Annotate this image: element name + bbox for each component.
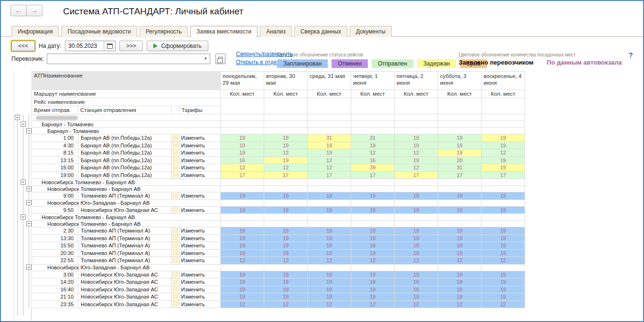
seats-value-cell[interactable]: 19	[264, 134, 308, 142]
seats-value-cell[interactable]: 12	[482, 149, 525, 157]
seats-value-cell[interactable]: 19	[395, 249, 438, 257]
seats-value-cell[interactable]: 19	[351, 142, 395, 149]
seats-value-cell[interactable]: 19	[482, 192, 525, 200]
seats-value-cell[interactable]: 19	[351, 271, 395, 278]
seats-value-cell[interactable]: 19	[482, 206, 525, 214]
expander-icon[interactable]	[26, 200, 32, 205]
seats-value-cell[interactable]: 19	[438, 271, 482, 278]
seats-value-cell[interactable]: 17	[221, 171, 264, 179]
seats-value-cell[interactable]: 19	[264, 192, 308, 200]
seats-value-cell[interactable]: 19	[264, 206, 308, 214]
tab-4[interactable]: Заявка вместимости	[190, 26, 258, 37]
seats-value-cell[interactable]: 19	[482, 242, 525, 250]
seats-value-cell[interactable]: 12	[264, 149, 308, 157]
seats-value-cell[interactable]: 19	[351, 286, 395, 293]
seats-value-cell[interactable]: 19	[438, 134, 482, 142]
seats-value-cell[interactable]: 20	[438, 156, 482, 164]
seats-value-cell[interactable]: 19	[351, 293, 395, 301]
choose-from-list-button[interactable]	[215, 54, 225, 64]
seats-value-cell[interactable]: 19	[395, 286, 438, 293]
expander-icon[interactable]	[26, 186, 32, 191]
dropdown-arrow-icon[interactable]: ▼	[202, 54, 210, 64]
seats-value-cell[interactable]: 19	[264, 286, 308, 293]
seats-value-cell[interactable]: 19	[395, 156, 438, 164]
seats-value-cell[interactable]: 19	[482, 134, 525, 142]
change-tariff-link[interactable]: Изменить	[180, 300, 221, 308]
seats-value-cell[interactable]: 19	[351, 192, 395, 200]
seats-value-cell[interactable]: 19	[482, 234, 525, 242]
next-period-button[interactable]: >>>	[119, 41, 143, 51]
seats-value-cell[interactable]: 17	[395, 171, 438, 179]
seats-value-cell[interactable]: 19	[308, 249, 351, 257]
seats-value-cell[interactable]: 19	[308, 242, 351, 250]
tab-1[interactable]: Информация	[11, 26, 59, 37]
seats-value-cell[interactable]: 12	[221, 164, 264, 172]
change-tariff-link[interactable]: Изменить	[180, 286, 221, 293]
seats-value-cell[interactable]: 19	[308, 293, 351, 301]
seats-value-cell[interactable]: 19	[264, 234, 308, 242]
change-tariff-link[interactable]: Изменить	[180, 171, 221, 179]
seats-value-cell[interactable]: 19	[395, 293, 438, 301]
seats-value-cell[interactable]: 19	[221, 242, 264, 250]
seats-value-cell[interactable]: 19	[482, 164, 525, 172]
seats-value-cell[interactable]: 19	[351, 227, 395, 235]
seats-value-cell[interactable]: 19	[438, 249, 482, 257]
seats-value-cell[interactable]: 19	[221, 278, 264, 286]
change-tariff-link[interactable]: Изменить	[180, 249, 221, 257]
seats-value-cell[interactable]: 19	[438, 234, 482, 242]
seats-value-cell[interactable]: 19	[438, 206, 482, 214]
seats-value-cell[interactable]: 12	[264, 300, 308, 308]
seats-value-cell[interactable]: 12	[438, 300, 482, 308]
change-tariff-link[interactable]: Изменить	[180, 227, 221, 235]
seats-value-cell[interactable]: 19	[221, 234, 264, 242]
seats-value-cell[interactable]: 12	[308, 257, 351, 265]
seats-value-cell[interactable]: 19	[395, 206, 438, 214]
seats-value-cell[interactable]: 19	[395, 134, 438, 142]
seats-value-cell[interactable]: 19	[308, 192, 351, 200]
seats-value-cell[interactable]: 16	[351, 156, 395, 164]
seats-value-cell[interactable]: 12	[351, 149, 395, 157]
seats-value-cell[interactable]: 12	[482, 257, 525, 265]
change-tariff-link[interactable]: Изменить	[180, 278, 221, 286]
seats-value-cell[interactable]: 19	[482, 142, 525, 149]
seats-value-cell[interactable]: 31	[308, 134, 351, 142]
seats-value-cell[interactable]: 17	[351, 171, 395, 179]
seats-value-cell[interactable]: 19	[395, 271, 438, 278]
change-tariff-link[interactable]: Изменить	[180, 206, 221, 214]
seats-value-cell[interactable]: 19	[308, 234, 351, 242]
seats-value-cell[interactable]: 19	[308, 286, 351, 293]
seats-value-cell[interactable]: 12	[438, 257, 482, 265]
change-tariff-link[interactable]: Изменить	[180, 156, 221, 164]
seats-value-cell[interactable]: 19	[395, 234, 438, 242]
calendar-button[interactable]	[104, 41, 115, 51]
seats-value-cell[interactable]: 19	[395, 227, 438, 235]
seats-value-cell[interactable]: 19	[438, 192, 482, 200]
seats-value-cell[interactable]: 19	[482, 271, 525, 278]
seats-value-cell[interactable]: 19	[221, 286, 264, 293]
change-tariff-link[interactable]: Изменить	[180, 242, 221, 250]
change-tariff-link[interactable]: Изменить	[180, 134, 221, 142]
seats-value-cell[interactable]: 12	[264, 257, 308, 265]
seats-value-cell[interactable]: 31	[351, 134, 395, 142]
seats-value-cell[interactable]: 39	[351, 164, 395, 172]
seats-value-cell[interactable]: 19	[308, 142, 351, 149]
seats-value-cell[interactable]: 12	[351, 257, 395, 265]
back-button[interactable]: ←	[11, 5, 27, 16]
seats-value-cell[interactable]: 17	[482, 171, 525, 179]
seats-value-cell[interactable]: 12	[351, 300, 395, 308]
change-tariff-link[interactable]: Изменить	[180, 192, 221, 200]
expander-icon[interactable]	[21, 214, 26, 220]
seats-value-cell[interactable]: 19	[221, 249, 264, 257]
seats-value-cell[interactable]: 31	[438, 164, 482, 172]
seats-value-cell[interactable]: 12	[395, 257, 438, 265]
seats-value-cell[interactable]: 19	[395, 142, 438, 149]
seats-value-cell[interactable]: 12	[308, 164, 351, 172]
seats-value-cell[interactable]: 19	[438, 286, 482, 293]
seats-value-cell[interactable]: 17	[438, 171, 482, 179]
seats-value-cell[interactable]: 12	[308, 156, 351, 164]
seats-value-cell[interactable]: 19	[264, 293, 308, 301]
change-tariff-link[interactable]: Изменить	[180, 257, 221, 265]
seats-value-cell[interactable]: 19	[395, 242, 438, 250]
seats-value-cell[interactable]: 19	[308, 278, 351, 286]
tab-7[interactable]: Документы	[350, 26, 392, 37]
